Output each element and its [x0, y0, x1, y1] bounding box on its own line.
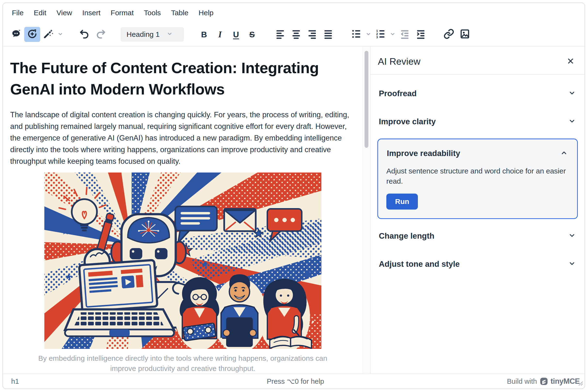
chevron-down-icon — [57, 30, 64, 38]
align-right-button[interactable] — [304, 27, 320, 42]
chevron-down-icon — [166, 30, 173, 39]
menu-help[interactable]: Help — [193, 6, 219, 20]
run-button[interactable]: Run — [386, 194, 418, 210]
link-icon — [443, 28, 454, 40]
ai-shortcuts-icon — [43, 28, 54, 40]
ai-review-sidebar: AI Review Proofread Improve clarity — [371, 46, 584, 374]
chevron-down-icon — [365, 30, 372, 38]
numbered-list-menu-button[interactable] — [388, 27, 397, 42]
element-path[interactable]: h1 — [11, 378, 201, 386]
italic-button[interactable]: I — [212, 27, 228, 42]
align-left-button[interactable] — [272, 27, 288, 42]
document-heading: The Future of Content Creation: Integrat… — [10, 57, 349, 100]
sidebar-title: AI Review — [378, 56, 420, 67]
menu-edit[interactable]: Edit — [29, 6, 51, 20]
article-illustration-image[interactable] — [44, 172, 321, 349]
editor-scrollbar[interactable] — [363, 46, 370, 374]
bold-icon: B — [201, 30, 207, 38]
strikethrough-icon: S — [249, 30, 255, 38]
ai-assistant-icon — [11, 28, 22, 40]
link-button[interactable] — [441, 27, 457, 42]
align-center-button[interactable] — [288, 27, 304, 42]
ai-shortcuts-menu-button[interactable] — [56, 27, 65, 42]
italic-icon: I — [218, 30, 222, 39]
bullet-list-menu-button[interactable] — [364, 27, 372, 42]
redo-icon — [95, 28, 106, 40]
outdent-button[interactable] — [397, 27, 413, 42]
image-icon — [459, 28, 470, 40]
underline-button[interactable]: U — [228, 27, 244, 42]
ai-assistant-button[interactable] — [8, 27, 24, 42]
bullet-list-button[interactable] — [348, 27, 364, 42]
redo-button[interactable] — [93, 27, 109, 42]
align-center-icon — [291, 28, 302, 40]
numbered-list-icon: 123 — [375, 28, 386, 40]
undo-icon — [79, 28, 90, 40]
ai-review-button[interactable] — [24, 27, 40, 42]
sidebar-body: Proofread Improve clarity Improve readab… — [371, 74, 584, 283]
numbered-list-button[interactable]: 123 — [372, 27, 388, 42]
chevron-down-icon — [568, 259, 576, 269]
figure-caption: By embedding intelligence directly into … — [25, 353, 340, 374]
help-shortcut-text: Press ⌥0 for help — [201, 377, 390, 386]
indent-button[interactable] — [413, 27, 429, 42]
undo-button[interactable] — [77, 27, 93, 42]
menu-insert[interactable]: Insert — [77, 6, 106, 20]
image-button[interactable] — [457, 27, 473, 42]
menu-tools[interactable]: Tools — [139, 6, 166, 20]
menu-table[interactable]: Table — [166, 6, 194, 20]
chevron-down-icon — [568, 117, 576, 126]
editor-content[interactable]: The Future of Content Creation: Integrat… — [3, 46, 363, 374]
branding: Build with tinyMCE — [390, 377, 580, 386]
chevron-down-icon — [389, 30, 396, 38]
bullet-list-icon — [351, 28, 362, 40]
underline-icon: U — [233, 30, 239, 38]
chevron-down-icon — [568, 231, 576, 241]
justify-icon — [323, 28, 334, 40]
menubar: File Edit View Insert Format Tools Table… — [3, 3, 584, 23]
accordion-label: Improve clarity — [379, 117, 436, 126]
editor-window: File Edit View Insert Format Tools Table… — [3, 2, 585, 389]
accordion-improve-readability[interactable]: Improve readability — [386, 147, 569, 160]
menu-file[interactable]: File — [7, 6, 29, 20]
format-select[interactable]: Heading 1 — [121, 27, 184, 42]
accordion-change-length[interactable]: Change length — [377, 222, 578, 250]
accordion-proofread[interactable]: Proofread — [377, 80, 578, 108]
document-paragraph: The landscape of digital content creatio… — [10, 109, 355, 167]
outdent-icon — [399, 28, 410, 40]
sidebar-close-button[interactable] — [564, 55, 577, 68]
branding-name[interactable]: tinyMCE — [551, 377, 580, 386]
accordion-label: Adjust tone and style — [379, 260, 460, 269]
accordion-description: Adjust sentence structure and word choic… — [386, 166, 569, 186]
sidebar-header: AI Review — [371, 46, 584, 74]
accordion-label: Change length — [379, 231, 434, 240]
scrollbar-thumb[interactable] — [365, 51, 368, 148]
main-area: The Future of Content Creation: Integrat… — [3, 46, 584, 374]
menu-format[interactable]: Format — [106, 6, 139, 20]
format-select-value: Heading 1 — [127, 30, 160, 38]
resize-handle[interactable] — [576, 379, 584, 388]
accordion-adjust-tone-and-style[interactable]: Adjust tone and style — [377, 250, 578, 278]
chevron-down-icon — [568, 89, 576, 98]
accordion-improve-readability-card: Improve readability Adjust sentence stru… — [377, 138, 578, 219]
branding-prefix: Build with — [507, 378, 537, 386]
toolbar: Heading 1 B I U S — [3, 23, 584, 46]
justify-button[interactable] — [320, 27, 336, 42]
bold-button[interactable]: B — [196, 27, 212, 42]
statusbar: h1 Press ⌥0 for help Build with tinyMCE — [3, 374, 584, 388]
ai-review-icon — [27, 28, 38, 40]
align-left-icon — [275, 28, 286, 40]
ai-shortcuts-button[interactable] — [40, 27, 56, 42]
accordion-label: Proofread — [379, 89, 417, 98]
chevron-up-icon — [560, 148, 568, 158]
indent-icon — [415, 28, 426, 40]
article-figure: By embedding intelligence directly into … — [10, 172, 355, 374]
align-right-icon — [307, 28, 318, 40]
accordion-label: Improve readability — [387, 149, 460, 158]
accordion-improve-clarity[interactable]: Improve clarity — [377, 108, 578, 136]
strikethrough-button[interactable]: S — [244, 27, 260, 42]
close-icon — [566, 57, 575, 66]
svg-text:3: 3 — [376, 35, 378, 39]
menu-view[interactable]: View — [51, 6, 77, 20]
tinymce-logo-icon — [539, 377, 548, 386]
